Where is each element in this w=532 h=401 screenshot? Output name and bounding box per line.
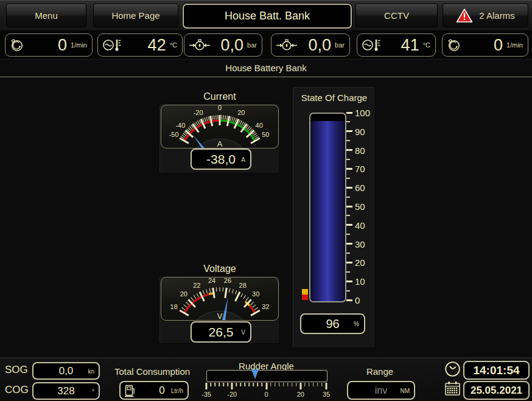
soc-warning-marker-red [302,295,308,300]
alarms-button[interactable]: 2 Alarms [443,4,528,27]
svg-text:20: 20 [180,290,187,298]
rudder-tick [326,383,327,389]
engine-rpm-icon [447,37,461,53]
svg-text:A: A [217,139,223,148]
sog-value-box: 0,0 kn [32,362,100,380]
svg-text:26: 26 [224,277,231,284]
range-value-box: inv NM [347,381,415,400]
soc-tick-label: 0 [355,296,360,305]
total-consumption-label: Total Consumption [113,366,192,377]
rudder-tick [304,383,306,386]
rudder-tick [214,383,215,386]
cog-label: COG [5,384,29,396]
rudder-tick [321,383,323,386]
soc-tick-label: 50 [355,202,365,211]
soc-tick [346,224,352,226]
rudder-tick [223,383,224,386]
soc-tick [346,112,352,114]
soc-tick [346,178,350,179]
temp-value: 41 [381,37,419,54]
soc-tick-label: 80 [355,146,365,155]
soc-tick [346,121,350,122]
port-engine-temp-readout[interactable]: 42 °C [97,33,183,57]
soc-tick-label: 10 [355,277,365,286]
cctv-button-label: CCTV [384,10,409,21]
engine-temp-icon [102,37,122,53]
rudder-angle-indicator [206,370,327,382]
rudder-pointer-icon [251,369,259,379]
port-engine-rpm-readout[interactable]: 0 1/min [5,33,93,57]
alarm-warning-icon [456,8,473,23]
soc-tick [346,271,350,273]
active-page-button[interactable]: House Batt. Bank [183,4,352,29]
svg-text:30: 30 [252,290,259,298]
rudder-tick [292,383,293,386]
rudder-tick-scale: -35-2002035 [206,383,326,400]
rudder-tick [262,383,263,386]
soc-tick [346,290,350,291]
soc-tick [346,197,350,198]
stbd-engine-temp-readout[interactable]: 41 °C [357,33,436,57]
monitoring-screen: Menu Home Page House Batt. Bank CCTV 2 A… [0,0,532,401]
soc-tick-scale: 0102030405060708090100 [346,113,376,300]
voltage-dial: 1820222426283032V [161,277,278,320]
active-page-button-label: House Batt. Bank [225,10,310,23]
oil-pressure-unit: bar [247,41,257,49]
rudder-tick [257,383,259,386]
total-consumption-value-box: 0 Ltr/h [119,381,189,400]
home-page-button[interactable]: Home Page [93,4,178,27]
menu-button-label: Menu [35,10,58,21]
temp-value: 42 [122,37,166,54]
voltage-gauge: 1820222426283032V 26,5 V [159,277,280,344]
time-value: 14:01:54 [464,364,528,377]
fuel-pump-icon [124,384,136,397]
rudder-tick [231,383,233,389]
current-meter-face: -50-40-200204050A [161,105,279,148]
top-navigation-bar: Menu Home Page House Batt. Bank CCTV 2 A… [0,0,532,32]
rudder-tick [299,383,301,389]
rudder-tick [219,383,220,386]
rudder-tick [249,383,250,386]
current-gauge: -50-40-200204050A -38,0 A [159,105,280,173]
rudder-tick [206,383,208,389]
state-of-charge-gauge: State Of Charge 0102030405060708090100 9… [293,87,376,348]
svg-text:20: 20 [237,109,245,116]
sog-label: SOG [5,364,28,376]
rpm-unit: 1/min [506,41,523,49]
soc-tick [346,215,350,216]
oil-pressure-icon [189,38,211,52]
clock-icon [444,361,461,377]
port-oil-pressure-readout[interactable]: 0,0 bar [184,33,262,57]
current-value-box: -38,0 A [191,148,251,170]
svg-text:50: 50 [262,131,269,138]
rudder-tick [309,383,310,386]
total-consumption-unit: Ltr/h [171,387,183,394]
rudder-tick [270,383,271,386]
temp-unit: °C [423,41,430,49]
menu-button[interactable]: Menu [6,4,86,27]
soc-tick [346,168,352,170]
svg-text:40: 40 [256,122,263,129]
stbd-oil-pressure-readout[interactable]: 0,0 bar [271,33,350,57]
soc-unit: % [354,321,359,327]
rudder-tick [253,383,254,386]
stbd-engine-rpm-readout[interactable]: 0 1/min [442,33,528,57]
current-dial: -50-40-200204050A [161,105,278,148]
engine-instrument-row: 0 1/min 42 °C [0,30,532,60]
svg-text:32: 32 [262,303,269,310]
soc-tick-label: 40 [355,221,365,230]
soc-tick [346,187,352,189]
soc-tick-label: 20 [355,258,365,267]
soc-tick [346,253,350,254]
cog-value: 328 [33,385,99,397]
rpm-unit: 1/min [71,41,87,49]
svg-text:22: 22 [193,282,200,289]
rudder-tick [210,383,211,386]
rpm-value: 0 [461,37,503,54]
soc-tick [346,130,352,132]
date-value-box: 25.05.2021 [463,381,530,400]
soc-tick-label: 90 [355,127,365,136]
soc-tick [346,262,352,263]
rudder-tick [275,383,276,386]
cctv-button[interactable]: CCTV [355,4,438,27]
